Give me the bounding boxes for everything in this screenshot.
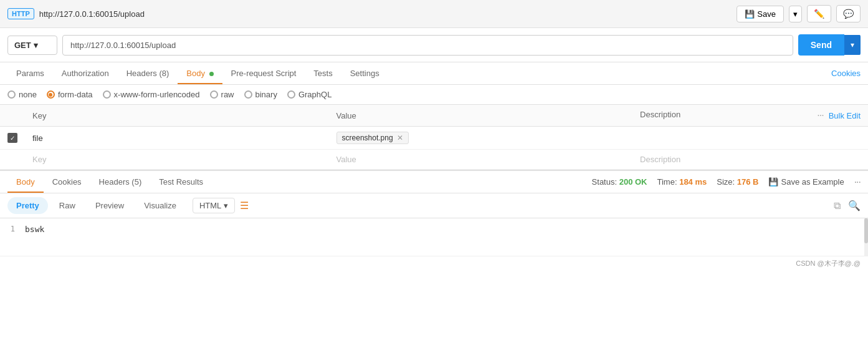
col-description: Description ··· Bulk Edit bbox=[632, 105, 868, 127]
save-dropdown-button[interactable]: ▾ bbox=[789, 6, 802, 22]
code-line-1: 1 bswk bbox=[0, 223, 868, 235]
send-main-button[interactable]: Send bbox=[798, 34, 844, 56]
row-checkbox-cell[interactable]: ✓ bbox=[0, 127, 25, 150]
line-code-1: bswk bbox=[25, 225, 44, 234]
tab-headers[interactable]: Headers (8) bbox=[118, 62, 178, 84]
radio-urlencoded[interactable]: x-www-form-urlencoded bbox=[103, 90, 200, 99]
empty-value-cell[interactable]: Value bbox=[329, 150, 633, 170]
top-bar: HTTP http://127.0.0.1:60015/upload 💾 Sav… bbox=[0, 0, 868, 28]
radio-graphql-label: GraphQL bbox=[298, 90, 331, 99]
line-number-1: 1 bbox=[0, 225, 25, 233]
body-dot bbox=[209, 72, 214, 76]
save-label: Save bbox=[757, 9, 776, 19]
top-url: http://127.0.0.1:60015/upload bbox=[39, 9, 732, 19]
save-example-icon: 💾 bbox=[768, 177, 778, 187]
col-check bbox=[0, 105, 25, 127]
filter-icon[interactable]: ☰ bbox=[240, 200, 249, 211]
format-select[interactable]: HTML ▾ bbox=[193, 198, 235, 213]
radio-graphql[interactable]: GraphQL bbox=[287, 90, 331, 99]
save-icon: 💾 bbox=[745, 9, 755, 19]
resp-tab-body[interactable]: Body bbox=[7, 171, 44, 193]
radio-none-label: none bbox=[19, 90, 37, 99]
radio-binary[interactable]: binary bbox=[244, 90, 277, 99]
save-example-button[interactable]: 💾 Save as Example bbox=[768, 177, 844, 187]
format-tab-raw[interactable]: Raw bbox=[50, 197, 84, 214]
scrollbar-thumb[interactable] bbox=[864, 218, 868, 243]
body-type-bar: none form-data x-www-form-urlencoded raw… bbox=[0, 85, 868, 105]
send-dropdown-button[interactable]: ▾ bbox=[844, 35, 861, 55]
row-key-cell[interactable]: file bbox=[25, 127, 329, 150]
response-tabs-bar: Body Cookies Headers (5) Test Results St… bbox=[0, 171, 868, 193]
col-value: Value bbox=[329, 105, 633, 127]
empty-checkbox-cell bbox=[0, 150, 25, 170]
more-options-icon[interactable]: ··· bbox=[817, 110, 823, 121]
tab-pre-request-script[interactable]: Pre-request Script bbox=[222, 62, 305, 84]
cookies-link[interactable]: Cookies bbox=[831, 69, 861, 78]
method-select[interactable]: GET ▾ bbox=[7, 36, 57, 55]
radio-form-data-label: form-data bbox=[58, 90, 93, 99]
radio-none-circle bbox=[7, 90, 16, 99]
method-badge: HTTP bbox=[7, 8, 34, 19]
request-table: Key Value Description ··· Bulk Edit ✓ bbox=[0, 105, 868, 170]
method-chevron: ▾ bbox=[34, 41, 38, 50]
save-button[interactable]: 💾 Save bbox=[737, 6, 784, 22]
checkbox-checked[interactable]: ✓ bbox=[7, 133, 17, 143]
empty-key-placeholder: Key bbox=[32, 155, 46, 164]
radio-graphql-circle bbox=[287, 90, 295, 99]
send-button-group: Send ▾ bbox=[798, 34, 861, 56]
request-table-section: Key Value Description ··· Bulk Edit ✓ bbox=[0, 105, 868, 170]
comment-button[interactable]: 💬 bbox=[836, 5, 861, 22]
format-value: HTML bbox=[199, 201, 221, 210]
method-label: GET bbox=[14, 41, 31, 50]
status-value: 200 OK bbox=[619, 177, 647, 187]
format-chevron: ▾ bbox=[224, 201, 228, 210]
radio-form-data[interactable]: form-data bbox=[47, 90, 93, 99]
row-value-cell[interactable]: screenshot.png ✕ bbox=[329, 127, 633, 150]
code-area: 1 bswk bbox=[0, 218, 868, 256]
resp-tab-cookies[interactable]: Cookies bbox=[44, 171, 90, 193]
radio-raw-circle bbox=[210, 90, 218, 99]
radio-binary-circle bbox=[244, 90, 252, 99]
radio-binary-label: binary bbox=[255, 90, 277, 99]
response-status-area: Status: 200 OK Time: 184 ms Size: 176 B … bbox=[592, 177, 861, 188]
search-icon[interactable]: 🔍 bbox=[848, 200, 861, 211]
tab-params[interactable]: Params bbox=[7, 62, 53, 84]
row-description-cell[interactable] bbox=[632, 127, 868, 150]
status-label-text: Status: 200 OK bbox=[592, 177, 647, 187]
radio-raw-label: raw bbox=[221, 90, 234, 99]
empty-desc-placeholder: Description bbox=[640, 155, 680, 164]
format-bar: Pretty Raw Preview Visualize HTML ▾ ☰ ⧉ … bbox=[0, 193, 868, 218]
resp-tab-headers[interactable]: Headers (5) bbox=[90, 171, 151, 193]
resp-tab-test-results[interactable]: Test Results bbox=[150, 171, 212, 193]
empty-key-cell[interactable]: Key bbox=[25, 150, 329, 170]
tab-authorization[interactable]: Authorization bbox=[53, 62, 118, 84]
time-value: 184 ms bbox=[679, 177, 707, 187]
file-tag-remove[interactable]: ✕ bbox=[397, 134, 403, 142]
col-key: Key bbox=[25, 105, 329, 127]
top-actions: 💾 Save ▾ ✏️ 💬 bbox=[737, 5, 861, 22]
table-row: ✓ file screenshot.png ✕ bbox=[0, 127, 868, 150]
radio-raw[interactable]: raw bbox=[210, 90, 234, 99]
response-section: Body Cookies Headers (5) Test Results St… bbox=[0, 170, 868, 256]
tab-tests[interactable]: Tests bbox=[305, 62, 341, 84]
row-key: file bbox=[32, 134, 43, 143]
radio-none[interactable]: none bbox=[7, 90, 37, 99]
format-tab-visualize[interactable]: Visualize bbox=[135, 197, 185, 214]
watermark: CSDN @木子李@.@ bbox=[0, 256, 868, 271]
url-bar: GET ▾ Send ▾ bbox=[0, 28, 868, 62]
save-example-label: Save as Example bbox=[781, 177, 844, 187]
format-tab-preview[interactable]: Preview bbox=[87, 197, 133, 214]
bulk-edit-link[interactable]: Bulk Edit bbox=[829, 111, 861, 120]
radio-form-data-circle bbox=[47, 90, 55, 99]
empty-desc-cell[interactable]: Description bbox=[632, 150, 868, 170]
url-input[interactable] bbox=[62, 35, 793, 56]
response-more-icon[interactable]: ··· bbox=[854, 177, 861, 188]
copy-icon[interactable]: ⧉ bbox=[834, 200, 841, 211]
tab-body[interactable]: Body bbox=[178, 62, 222, 84]
tab-settings[interactable]: Settings bbox=[341, 62, 388, 84]
edit-button[interactable]: ✏️ bbox=[807, 5, 831, 22]
radio-urlencoded-label: x-www-form-urlencoded bbox=[114, 90, 200, 99]
format-tab-pretty[interactable]: Pretty bbox=[7, 197, 48, 214]
scrollbar-track[interactable] bbox=[864, 218, 868, 256]
size-value: 176 B bbox=[737, 177, 759, 187]
